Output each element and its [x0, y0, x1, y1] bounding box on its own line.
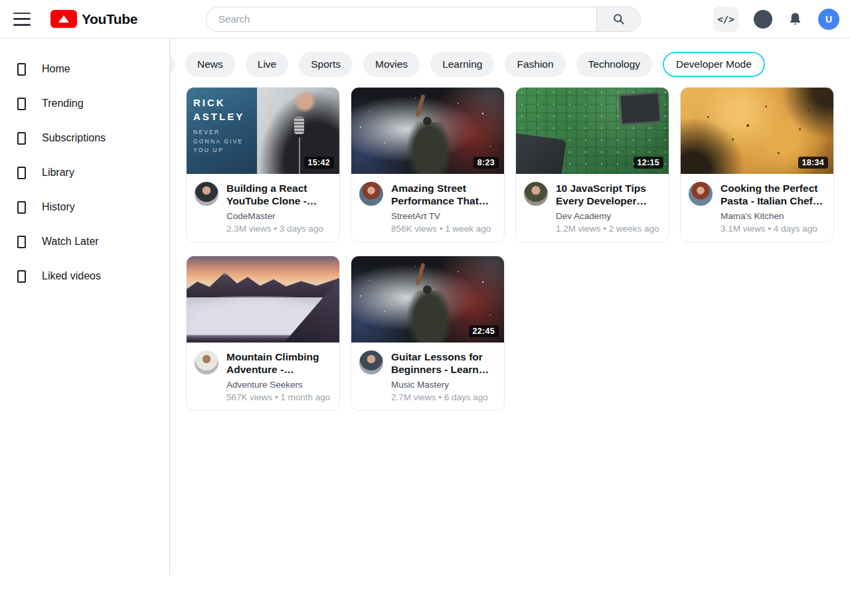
video-card[interactable]: 8:23 Amazing Street Performance That W… … [351, 87, 505, 242]
video-duration-badge: 22:45 [469, 325, 499, 337]
video-meta: 567K views • 1 month ago [226, 392, 331, 402]
video-duration-badge: 8:23 [473, 157, 499, 169]
channel-name[interactable]: CodeMaster [226, 211, 331, 221]
chip-news[interactable]: News [185, 52, 235, 77]
sidebar-label: Trending [42, 98, 84, 110]
video-thumbnail[interactable]: 12:15 [516, 88, 669, 174]
chip-movies[interactable]: Movies [363, 52, 420, 77]
youtube-logo[interactable]: YouTube [50, 10, 137, 28]
main-content: News Live Sports Movies Learning Fashion… [170, 38, 850, 411]
sidebar-item-watch-later[interactable]: Watch Later [0, 227, 169, 256]
channel-name[interactable]: StreetArt TV [391, 211, 496, 221]
video-thumbnail[interactable]: 8:23 [351, 88, 504, 174]
video-title[interactable]: Amazing Street Performance That W… [391, 183, 496, 208]
video-card[interactable]: 12:15 10 JavaScript Tips Every Developer… [515, 87, 669, 242]
video-grid: RICK ASTLEY NEVER GONNA GIVE YOU UP 15:4… [170, 87, 850, 411]
app-header: YouTube </> U [0, 0, 850, 38]
thumbnail-art [619, 92, 662, 125]
sidebar-item-subscriptions[interactable]: Subscriptions [0, 123, 169, 153]
video-title[interactable]: Building a React YouTube Clone -… [226, 183, 331, 208]
logo-text: YouTube [82, 11, 137, 27]
video-card[interactable]: 22:45 Guitar Lessons for Beginners - Lea… [351, 256, 505, 411]
sidebar-item-history[interactable]: History [0, 193, 169, 222]
create-video-icon[interactable] [754, 10, 772, 29]
channel-avatar[interactable] [359, 350, 383, 374]
thumbnail-art [416, 94, 426, 117]
trending-icon [17, 98, 26, 110]
library-icon [17, 167, 26, 179]
thumbnail-art [423, 285, 432, 294]
home-icon [17, 63, 26, 76]
video-card[interactable]: 25:18 Mountain Climbing Adventure - Reac… [186, 256, 340, 411]
channel-avatar[interactable] [359, 182, 383, 206]
chip-learning[interactable]: Learning [430, 52, 494, 77]
video-meta: 856K views • 1 week ago [391, 224, 496, 234]
sidebar-label: Watch Later [42, 236, 99, 248]
video-card[interactable]: 18:34 Cooking the Perfect Pasta - Italia… [680, 87, 834, 242]
header-actions: </> U [713, 7, 839, 32]
chip-partial[interactable] [170, 52, 175, 77]
video-thumbnail[interactable]: 25:18 [187, 256, 339, 343]
sidebar-label: Liked videos [42, 270, 101, 282]
notifications-bell-icon[interactable] [788, 11, 803, 27]
video-duration-badge: 15:42 [304, 157, 334, 169]
sidebar-item-liked-videos[interactable]: Liked videos [0, 262, 169, 291]
chip-developer-mode[interactable]: Developer Mode [663, 52, 765, 77]
video-meta: 3.1M views • 4 days ago [721, 224, 825, 234]
channel-avatar[interactable] [689, 182, 713, 206]
video-title[interactable]: Cooking the Perfect Pasta - Italian Chef… [721, 183, 825, 208]
chip-live[interactable]: Live [246, 52, 288, 77]
thumbnail-text-panel: RICK ASTLEY NEVER GONNA GIVE YOU UP [187, 88, 257, 174]
video-meta: 2.7M views • 6 days ago [391, 392, 496, 402]
liked-videos-icon [17, 270, 26, 283]
channel-avatar[interactable] [195, 182, 218, 206]
sidebar-label: Subscriptions [42, 132, 106, 144]
video-duration-badge: 18:34 [798, 157, 828, 169]
video-meta: 1.2M views • 2 weeks ago [556, 224, 661, 234]
search-bar [206, 7, 641, 32]
channel-name[interactable]: Adventure Seekers [226, 380, 331, 390]
channel-name[interactable]: Music Mastery [391, 380, 496, 390]
sidebar-item-home[interactable]: Home [0, 54, 169, 84]
sidebar-label: Library [42, 167, 74, 179]
thumbnail-art [406, 291, 452, 343]
developer-code-icon[interactable]: </> [713, 7, 738, 32]
video-thumbnail[interactable]: 18:34 [681, 88, 833, 174]
chip-fashion[interactable]: Fashion [505, 52, 565, 77]
thumbnail-title-text: RICK ASTLEY [193, 96, 250, 123]
video-meta: 2.3M views • 3 days ago [226, 224, 331, 234]
history-icon [17, 201, 26, 214]
sidebar-label: Home [42, 63, 70, 75]
chip-sports[interactable]: Sports [299, 52, 353, 77]
sidebar: Home Trending Subscriptions Library Hist… [0, 38, 170, 575]
sidebar-label: History [42, 201, 75, 213]
channel-name[interactable]: Dev Academy [556, 211, 661, 221]
search-icon [612, 13, 625, 25]
video-thumbnail[interactable]: RICK ASTLEY NEVER GONNA GIVE YOU UP 15:4… [187, 88, 339, 174]
sidebar-item-trending[interactable]: Trending [0, 89, 169, 118]
profile-avatar[interactable]: U [818, 9, 839, 30]
channel-avatar[interactable] [524, 182, 548, 206]
thumbnail-subtitle-text: NEVER GONNA GIVE YOU UP [193, 128, 250, 155]
thumbnail-art [187, 268, 339, 297]
sidebar-item-library[interactable]: Library [0, 158, 169, 187]
thumbnail-art [516, 132, 566, 174]
video-title[interactable]: 10 JavaScript Tips Every Developer… [556, 183, 661, 208]
search-input[interactable] [207, 7, 596, 31]
subscriptions-icon [17, 132, 26, 145]
play-badge-icon [50, 10, 77, 28]
category-chip-bar: News Live Sports Movies Learning Fashion… [170, 38, 850, 87]
video-duration-badge: 12:15 [634, 157, 663, 169]
video-title[interactable]: Mountain Climbing Adventure - Reachin… [226, 351, 331, 376]
video-title[interactable]: Guitar Lessons for Beginners - Learn Yo… [391, 351, 496, 376]
video-card[interactable]: RICK ASTLEY NEVER GONNA GIVE YOU UP 15:4… [186, 87, 340, 242]
video-thumbnail[interactable]: 22:45 [351, 256, 504, 343]
watch-later-icon [17, 236, 26, 248]
menu-icon[interactable] [13, 13, 31, 26]
channel-avatar[interactable] [195, 350, 218, 374]
thumbnail-art [406, 122, 452, 174]
chip-technology[interactable]: Technology [576, 52, 652, 77]
channel-name[interactable]: Mama's Kitchen [721, 211, 825, 221]
search-button[interactable] [596, 7, 640, 31]
thumbnail-art [416, 263, 426, 285]
